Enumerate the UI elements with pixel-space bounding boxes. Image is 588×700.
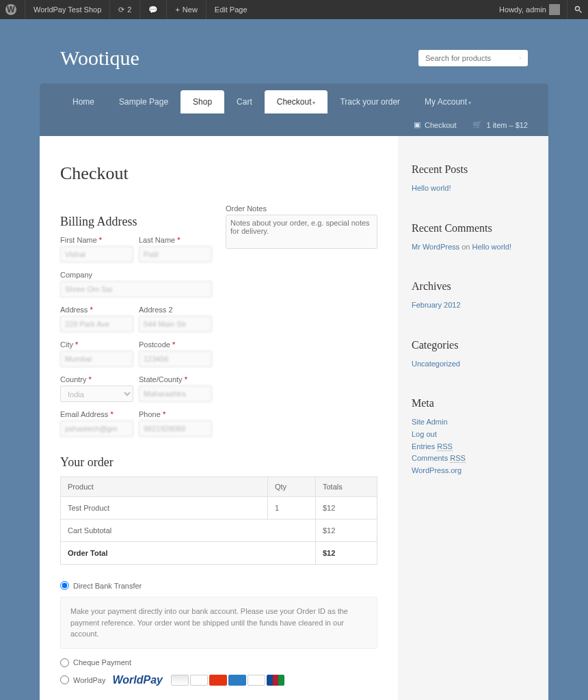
visa-icon [190,675,208,686]
first-name-input[interactable] [60,246,133,262]
nav-checkout-shortcut[interactable]: ▣Checkout [414,120,456,129]
meta-wporg-link[interactable]: WordPress.org [412,466,462,474]
order-table: Product Qty Totals Test Product 1 $12 Ca… [60,476,377,565]
site-title[interactable]: Wootique [60,46,139,70]
category-link[interactable]: Uncategorized [412,360,460,368]
email-label: Email Address * [60,410,133,418]
country-select[interactable]: India [60,386,133,402]
edit-page-link[interactable]: Edit Page [215,5,248,14]
city-field: City * [60,340,133,367]
state-label: State/County * [139,375,212,383]
total-label: Order Total [61,542,316,565]
svg-point-0 [576,7,580,11]
payment-worldpay-label: WorldPay [73,676,105,684]
first-name-label: First Name * [60,236,133,244]
last-name-label: Last Name * [139,236,212,244]
nav-my-account[interactable]: My Account▾ [412,90,483,113]
payment-cheque-radio[interactable] [60,658,69,667]
nav-shop[interactable]: Shop [181,90,224,113]
col-product: Product [61,477,268,497]
chevron-down-icon: ▾ [468,100,471,106]
meta-comments-rss-link[interactable]: Comments RSS [412,454,466,463]
first-name-field: First Name * [60,236,133,262]
order-notes-field: Order Notes [226,204,377,251]
nav-cart[interactable]: Cart [224,90,265,113]
comments-link[interactable]: 💬 [148,5,158,14]
subtotal-label: Cart Subtotal [61,520,316,542]
table-row-total: Order Total $12 [61,542,377,565]
address2-field: Address 2 [139,306,212,332]
avatar-icon [549,4,560,15]
billing-column: Billing Address First Name * Last Name * [60,204,212,445]
sidebar: Recent Posts Hello world! Recent Comment… [398,136,548,700]
wp-admin-bar: W WorldPay Test Shop ⟳2 💬 +New Edit Page… [0,0,588,19]
payment-section: Direct Bank Transfer Make your payment d… [60,581,377,700]
payment-worldpay[interactable]: WorldPay WorldPay [60,674,377,686]
howdy-link[interactable]: Howdy, admin [499,4,560,15]
order-notes-input[interactable] [226,215,377,249]
meta-logout-link[interactable]: Log out [412,430,437,438]
state-input[interactable] [139,386,212,402]
company-field: Company [60,271,212,297]
recent-comments-heading: Recent Comments [412,222,535,234]
phone-input[interactable] [139,420,212,437]
email-input[interactable] [60,420,133,437]
product-search[interactable] [418,50,528,66]
refresh-icon: ⟳ [118,5,124,14]
svg-line-3 [520,58,521,59]
nav-checkout[interactable]: Checkout▾ [265,90,328,113]
address2-input[interactable] [139,316,212,332]
categories-heading: Categories [412,339,535,351]
search-input[interactable] [425,54,520,62]
meta-entries-rss-link[interactable]: Entries RSS [412,442,453,451]
country-field: Country * India [60,375,133,402]
maestro-icon [228,675,246,686]
wp-logo[interactable]: W [5,4,16,15]
cell-product: Test Product [61,497,268,520]
admin-bar-right: Howdy, admin [499,0,583,19]
payment-bank[interactable]: Direct Bank Transfer [60,581,377,590]
jcb-icon [267,675,284,686]
phone-label: Phone * [139,410,212,418]
address-input[interactable] [60,316,133,332]
refresh-link[interactable]: ⟳2 [118,5,131,14]
address-label: Address * [60,306,133,314]
page-title: Checkout [60,163,377,184]
site-name-link[interactable]: WorldPay Test Shop [34,5,101,14]
address-field: Address * [60,306,133,332]
payment-bank-radio[interactable] [60,581,69,590]
address2-label: Address 2 [139,306,212,314]
country-label: Country * [60,375,133,383]
postcode-field: Postcode * [139,340,212,367]
company-input[interactable] [60,281,212,297]
company-label: Company [60,271,212,279]
city-input[interactable] [60,351,133,367]
archive-link[interactable]: February 2012 [412,301,461,309]
main-content: Checkout Billing Address First Name * La… [40,136,398,700]
recent-comment-item: Mr WordPress on Hello world! [412,241,535,254]
comment-icon: 💬 [148,5,158,14]
recent-post-link[interactable]: Hello world! [412,184,451,192]
recent-comments-section: Recent Comments Mr WordPress on Hello wo… [412,222,535,254]
payment-worldpay-radio[interactable] [60,675,69,684]
nav-sample-page[interactable]: Sample Page [107,90,181,113]
last-name-input[interactable] [139,246,212,262]
nav-track-order[interactable]: Track your order [328,90,412,113]
new-link[interactable]: +New [175,5,197,14]
last-name-field: Last Name * [139,236,212,262]
comment-author-link[interactable]: Mr WordPress [412,243,459,251]
recent-posts-section: Recent Posts Hello world! [412,163,535,195]
search-icon [574,5,583,14]
archives-section: Archives February 2012 [412,280,535,312]
payment-cheque[interactable]: Cheque Payment [60,658,377,667]
nav-home[interactable]: Home [60,90,107,113]
nav-cart-summary[interactable]: 🛒1 item – $12 [472,120,528,129]
comment-post-link[interactable]: Hello world! [472,243,511,251]
meta-heading: Meta [412,397,535,409]
admin-search[interactable] [574,5,583,14]
payment-bank-label: Direct Bank Transfer [73,582,142,590]
email-field: Email Address * [60,410,133,437]
postcode-input[interactable] [139,351,212,367]
meta-site-admin-link[interactable]: Site Admin [412,418,448,426]
postcode-label: Postcode * [139,340,212,349]
